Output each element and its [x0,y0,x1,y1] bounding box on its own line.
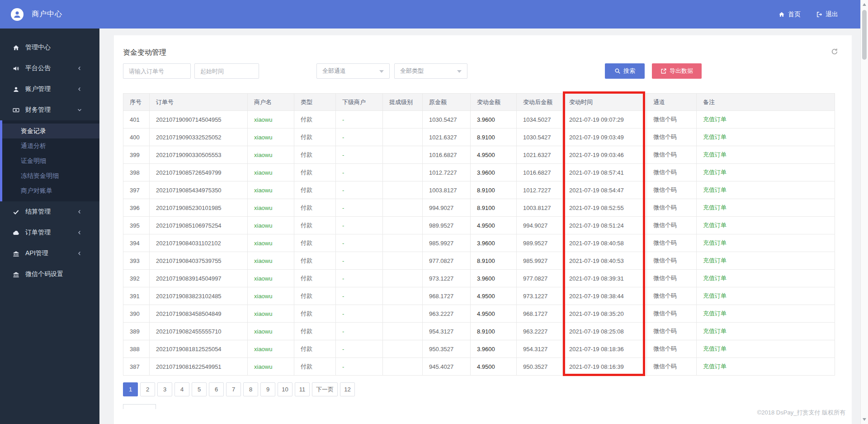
table-cell: 8.9100 [471,181,517,199]
start-time-input[interactable] [194,63,259,79]
bank-icon [13,271,20,278]
table-cell: xiaowu [248,305,294,323]
chevron-left-icon [77,66,84,71]
table-cell: 963.2227 [423,305,471,323]
top-nav: 首页 退出 [778,10,868,19]
brand[interactable]: 商户中心 [0,8,62,21]
table-cell: xiaowu [248,234,294,252]
table-cell: 3.9600 [471,340,517,358]
table-cell: 付款 [294,111,336,129]
scrollbar-up-arrow-icon[interactable] [863,3,866,6]
table-cell: 954.3127 [423,323,471,340]
search-button-label: 搜索 [623,67,635,75]
table-cell: - [336,252,383,270]
table-cell [383,146,423,164]
table-cell: 微信个码 [647,129,697,146]
export-icon [660,68,667,74]
nav-logout-link[interactable]: 退出 [816,10,838,19]
table-cell: 973.1227 [517,287,563,305]
table-row: 39520210719085106975254xiaowu付款-989.9527… [123,217,835,234]
table-cell: 20210719090714504955 [150,111,248,129]
pagination-page-9[interactable]: 9 [260,382,275,396]
table-cell: 微信个码 [647,305,697,323]
export-data-button[interactable]: 导出数据 [652,63,702,79]
table-cell [383,358,423,376]
table-cell: 付款 [294,129,336,146]
table-cell: 2021-07-19 08:39:31 [563,270,647,287]
table-cell: 2021-07-19 08:18:36 [563,340,647,358]
pagination-next-button[interactable]: 下一页 [312,382,338,396]
pagination-page-1[interactable]: 1 [123,382,138,396]
table-cell: 付款 [294,181,336,199]
table-cell: 1016.6827 [423,146,471,164]
table-cell: 8.9100 [471,129,517,146]
nav-home-link[interactable]: 首页 [778,10,801,19]
refresh-icon[interactable] [831,48,839,56]
table-cell: 充值订单 [697,305,835,323]
table-cell [383,252,423,270]
pagination-page-5[interactable]: 5 [192,382,207,396]
table-cell: 2021-07-19 09:07:29 [563,111,647,129]
channel-select-value: 全部通道 [322,67,346,75]
table-cell: 微信个码 [647,111,697,129]
table-cell: 391 [123,287,150,305]
table-cell: 微信个码 [647,164,697,181]
sidebar-item-label: 结算管理 [25,208,77,216]
sidebar-item-7[interactable]: 微信个码设置 [0,264,99,285]
table-cell: 微信个码 [647,323,697,340]
scrollbar-thumb[interactable] [862,10,867,60]
table-cell [383,111,423,129]
pagination-page-8[interactable]: 8 [243,382,258,396]
pagination-page-4[interactable]: 4 [175,382,189,396]
table-cell: 付款 [294,217,336,234]
sidebar-item-label: 微信个码设置 [25,270,90,278]
table-row: 38920210719082455555710xiaowu付款-954.3127… [123,323,835,340]
channel-select[interactable]: 全部通道 [316,63,390,79]
table-cell: 微信个码 [647,358,697,376]
sidebar-item-3[interactable]: 财务管理 [0,100,99,120]
sidebar-item-4[interactable]: 结算管理 [0,201,99,222]
sidebar-item-0[interactable]: 管理中心 [0,37,99,58]
pagination-page-11[interactable]: 11 [295,382,310,396]
sidebar-subitem-2[interactable]: 证金明细 [0,153,99,168]
table-cell: 充值订单 [697,146,835,164]
pagination-page-2[interactable]: 2 [140,382,155,396]
table-cell: 401 [123,111,150,129]
table-cell [383,234,423,252]
table-cell: 付款 [294,340,336,358]
sidebar-subitem-0[interactable]: 资金记录 [0,124,99,138]
table-cell: 392 [123,270,150,287]
table-cell: xiaowu [248,270,294,287]
sidebar-item-5[interactable]: 订单管理 [0,222,99,243]
scrollbar-down-arrow-icon[interactable] [863,418,866,421]
table-cell: - [336,217,383,234]
search-icon [614,68,621,74]
table-cell: 973.1227 [423,270,471,287]
table-cell: 395 [123,217,150,234]
sidebar-item-label: 管理中心 [25,43,90,52]
pagination-page-6[interactable]: 6 [209,382,224,396]
scrollbar[interactable] [860,0,868,424]
table-cell: 399 [123,146,150,164]
nav-logout-label: 退出 [826,10,838,19]
pagination-page-10[interactable]: 10 [278,382,292,396]
pagination-page-12[interactable]: 12 [340,382,355,396]
table-cell: 20210719084031102102 [150,234,248,252]
table-cell: 20210719090332525052 [150,129,248,146]
search-button[interactable]: 搜索 [605,63,645,79]
table-cell: 1003.8127 [517,199,563,217]
type-select[interactable]: 全部类型 [394,63,467,79]
sidebar-subitem-1[interactable]: 通道分析 [0,138,99,153]
table-cell: 2021-07-19 08:57:41 [563,164,647,181]
sidebar-item-1[interactable]: 平台公告 [0,58,99,79]
page-size-select-partial[interactable] [123,404,156,409]
order-number-input[interactable] [123,63,191,79]
pagination-page-7[interactable]: 7 [226,382,241,396]
sidebar-subitem-4[interactable]: 商户对账单 [0,183,99,198]
sidebar-subitem-3[interactable]: 冻结资金明细 [0,168,99,183]
table-cell: 微信个码 [647,234,697,252]
table-cell: 20210719084037539755 [150,252,248,270]
sidebar-item-2[interactable]: 账户管理 [0,79,99,100]
pagination-page-3[interactable]: 3 [157,382,172,396]
sidebar-item-6[interactable]: API管理 [0,243,99,264]
